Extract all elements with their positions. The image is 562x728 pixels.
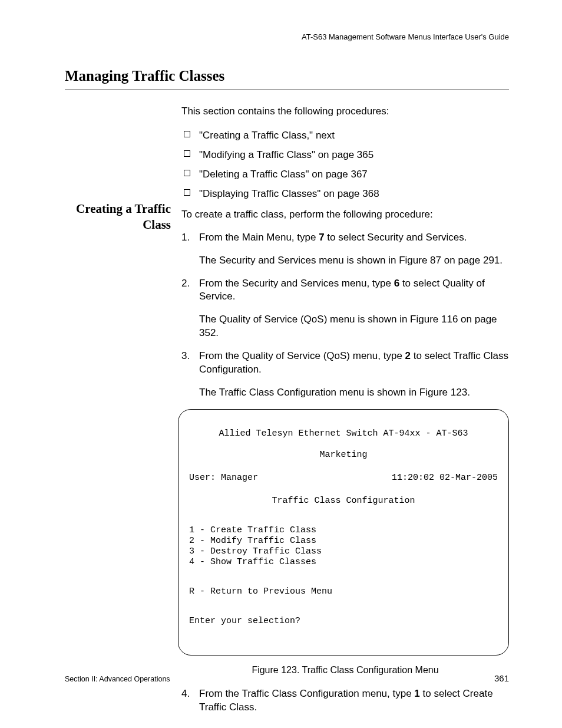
terminal-opt: 2 - Modify Traffic Class	[189, 536, 498, 546]
page: AT-S63 Management Software Menus Interfa…	[0, 0, 562, 728]
terminal-menu-title: Traffic Class Configuration	[189, 496, 498, 506]
step-item: 3. From the Quality of Service (QoS) men…	[181, 350, 509, 400]
step-number: 2.	[181, 277, 190, 291]
step-item: 2. From the Security and Services menu, …	[181, 277, 509, 341]
bullet-list: "Creating a Traffic Class," next "Modify…	[181, 129, 509, 201]
step-pre: From the Main Menu, type	[199, 232, 319, 243]
terminal-box: Allied Telesyn Ethernet Switch AT-94xx -…	[178, 409, 509, 655]
terminal-user: User: Manager	[189, 473, 258, 483]
section-title: Managing Traffic Classes	[65, 66, 509, 90]
bullet-box-icon	[184, 170, 190, 176]
step-text: From the Traffic Class Configuration men…	[199, 688, 493, 713]
step-key: 7	[319, 232, 324, 243]
step-result: The Quality of Service (QoS) menu is sho…	[199, 313, 509, 340]
step-item: 1. From the Main Menu, type 7 to select …	[181, 231, 509, 268]
terminal-options: 1 - Create Traffic Class2 - Modify Traff…	[189, 525, 498, 568]
step-result: The Traffic Class Configuration menu is …	[199, 386, 509, 400]
procedure-intro: To create a traffic class, perform the f…	[181, 208, 509, 222]
bullet-text: "Creating a Traffic Class," next	[199, 130, 335, 141]
list-item: "Modifying a Traffic Class" on page 365	[181, 149, 509, 162]
step-number: 4.	[181, 687, 190, 701]
terminal-opt: 1 - Create Traffic Class	[189, 525, 498, 536]
terminal-title-1: Allied Telesyn Ethernet Switch AT-94xx -…	[189, 429, 498, 439]
terminal-time: 11:20:02 02-Mar-2005	[392, 473, 498, 483]
step-pre: From the Quality of Service (QoS) menu, …	[199, 350, 405, 361]
steps-list-cont: 4. From the Traffic Class Configuration …	[181, 687, 509, 714]
procedure-block: To create a traffic class, perform the f…	[181, 208, 509, 714]
step-number: 3.	[181, 350, 190, 363]
terminal-opt: 3 - Destroy Traffic Class	[189, 546, 498, 557]
step-key: 6	[394, 278, 399, 289]
bullet-box-icon	[184, 131, 190, 137]
terminal-user-row: User: Manager11:20:02 02-Mar-2005	[189, 473, 498, 483]
bullet-text: "Modifying a Traffic Class" on page 365	[199, 149, 373, 160]
terminal-title-2: Marketing	[189, 450, 498, 460]
step-pre: From the Security and Services menu, typ…	[199, 278, 394, 289]
intro-text: This section contains the following proc…	[181, 105, 509, 118]
step-text: From the Quality of Service (QoS) menu, …	[199, 350, 508, 375]
bullet-box-icon	[184, 189, 190, 196]
figure-caption: Figure 123. Traffic Class Configuration …	[181, 664, 509, 677]
terminal-figure: Allied Telesyn Ethernet Switch AT-94xx -…	[178, 409, 509, 655]
list-item: "Displaying Traffic Classes" on page 368	[181, 187, 509, 201]
step-result: The Security and Services menu is shown …	[199, 254, 509, 268]
terminal-prompt: Enter your selection?	[189, 616, 498, 627]
terminal-opt: R - Return to Previous Menu	[189, 587, 498, 597]
step-text: From the Security and Services menu, typ…	[199, 278, 485, 302]
step-number: 1.	[181, 231, 190, 245]
list-item: "Deleting a Traffic Class" on page 367	[181, 168, 509, 182]
terminal-opt: 4 - Show Traffic Classes	[189, 557, 498, 568]
footer-section: Section II: Advanced Operations	[65, 674, 170, 684]
running-header: AT-S63 Management Software Menus Interfa…	[302, 32, 509, 42]
body-column: This section contains the following proc…	[181, 105, 509, 724]
step-post: to select Security and Services.	[325, 232, 467, 243]
step-key: 2	[405, 350, 411, 361]
step-key: 1	[414, 688, 419, 699]
bullet-text: "Deleting a Traffic Class" on page 367	[199, 169, 368, 180]
bullet-text: "Displaying Traffic Classes" on page 368	[199, 188, 379, 199]
bullet-box-icon	[184, 150, 190, 157]
steps-list: 1. From the Main Menu, type 7 to select …	[181, 231, 509, 400]
side-heading: Creating a Traffic Class	[65, 201, 171, 233]
step-pre: From the Traffic Class Configuration men…	[199, 688, 414, 699]
step-text: From the Main Menu, type 7 to select Sec…	[199, 232, 467, 243]
step-item: 4. From the Traffic Class Configuration …	[181, 687, 509, 714]
list-item: "Creating a Traffic Class," next	[181, 129, 509, 143]
page-number: 361	[494, 673, 509, 684]
